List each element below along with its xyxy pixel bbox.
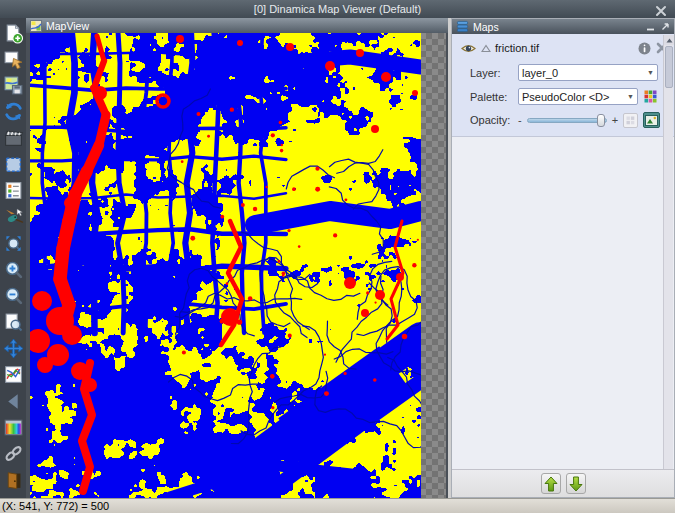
layer-row: Layer: layer_0 ▼	[456, 64, 668, 81]
synchronize-views-icon[interactable]	[1, 442, 25, 466]
move-layer-down-button[interactable]	[566, 473, 586, 494]
window-title: [0] Dinamica Map Viewer (Default)	[254, 3, 421, 15]
pan-icon[interactable]	[1, 337, 25, 361]
layers-icon	[456, 20, 469, 33]
left-toolbar	[0, 18, 26, 498]
float-panel-icon[interactable]	[661, 21, 670, 33]
select-icon[interactable]	[1, 47, 25, 71]
layer-label: Layer:	[470, 67, 518, 79]
chevron-down-icon: ▼	[627, 93, 634, 100]
window-close-icon[interactable]	[655, 3, 667, 15]
export-image-button[interactable]	[643, 112, 660, 128]
opacity-slider[interactable]	[527, 114, 607, 127]
chevron-down-icon: ▼	[647, 69, 654, 76]
zoom-in-icon[interactable]	[1, 258, 25, 282]
reload-icon[interactable]	[1, 100, 25, 124]
scroll-up-icon[interactable]	[664, 35, 674, 45]
save-map-icon[interactable]	[1, 74, 25, 98]
palette-swatches-icon[interactable]	[643, 89, 658, 104]
exit-door-icon[interactable]	[1, 468, 25, 492]
palette-dropdown-value: PseudoColor <D>	[522, 91, 624, 103]
zoom-out-icon[interactable]	[1, 284, 25, 308]
mapview-header: MapView	[26, 18, 448, 33]
map-transparency-background	[30, 33, 446, 498]
minimize-panel-icon[interactable]	[646, 21, 655, 33]
profiles-chart-icon[interactable]	[1, 363, 25, 387]
zoom-to-fit-icon[interactable]	[1, 231, 25, 255]
layer-info-icon[interactable]	[638, 42, 651, 55]
maps-panel: Maps friction.tif	[451, 18, 675, 498]
palette-row: Palette: PseudoColor <D> ▼	[456, 88, 668, 105]
opacity-slider-track[interactable]	[527, 118, 607, 123]
legend-icon[interactable]	[1, 179, 25, 203]
color-palette-icon[interactable]	[1, 415, 25, 439]
palette-label: Palette:	[470, 91, 518, 103]
maps-footer	[452, 469, 674, 497]
histogram-button[interactable]	[623, 113, 638, 128]
status-bar: (X: 541, Y: 772) = 500	[0, 498, 675, 513]
mapview-icon	[30, 20, 42, 32]
select-region-icon[interactable]	[1, 152, 25, 176]
scrollbar-thumb[interactable]	[665, 46, 673, 88]
maps-panel-header: Maps	[452, 19, 674, 34]
opacity-label: Opacity:	[470, 114, 518, 126]
visibility-eye-icon[interactable]	[461, 42, 476, 55]
layer-dropdown-value: layer_0	[522, 67, 644, 79]
opacity-slider-handle[interactable]	[597, 114, 605, 127]
opacity-minus-button[interactable]: -	[518, 114, 522, 126]
maps-panel-title: Maps	[473, 21, 499, 33]
cursor-coordinates: (X: 541, Y: 772) = 500	[2, 500, 109, 512]
layer-dropdown[interactable]: layer_0 ▼	[518, 64, 658, 81]
mapview-title: MapView	[46, 20, 89, 32]
animation-icon[interactable]	[1, 126, 25, 150]
title-bar: [0] Dinamica Map Viewer (Default)	[0, 0, 675, 18]
collapse-triangle-icon[interactable]	[481, 44, 491, 53]
layer-file-name: friction.tif	[495, 42, 633, 54]
maps-scrollbar[interactable]	[663, 35, 673, 484]
app-window: [0] Dinamica Map Viewer (Default)	[0, 0, 675, 513]
palette-dropdown[interactable]: PseudoColor <D> ▼	[518, 88, 638, 105]
opacity-plus-button[interactable]: +	[612, 114, 618, 126]
map-raster[interactable]	[30, 33, 421, 498]
move-layer-up-button[interactable]	[541, 473, 561, 494]
previous-icon[interactable]	[1, 389, 25, 413]
mapview-panel: MapView	[26, 18, 448, 498]
zoom-actual-size-icon[interactable]	[1, 310, 25, 334]
opacity-row: Opacity: - +	[456, 112, 668, 128]
new-map-icon[interactable]	[1, 21, 25, 45]
hummingbird-icon[interactable]	[1, 205, 25, 229]
layer-card-friction: friction.tif Layer: layer_0 ▼ Palette:	[452, 34, 674, 137]
